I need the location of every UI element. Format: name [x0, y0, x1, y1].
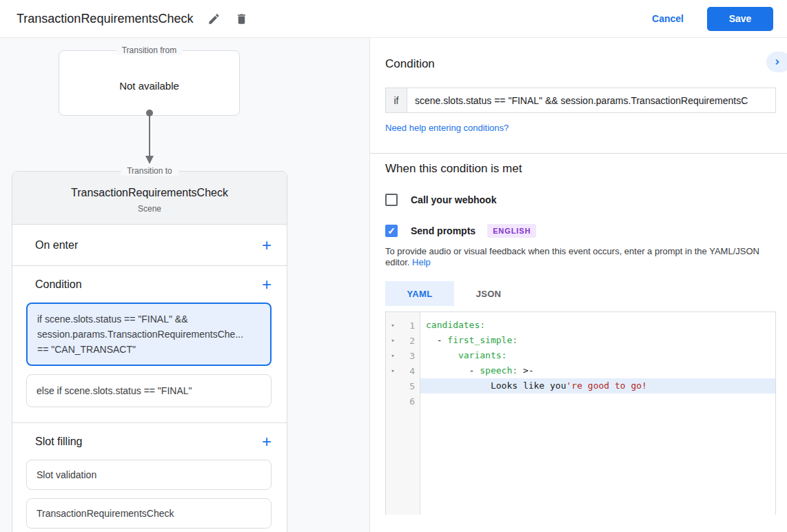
trash-icon: [235, 12, 248, 25]
scene-card-header: TransactionRequirementsCheck Scene: [12, 172, 287, 225]
slot-filling-section: Slot filling + Slot validation Transacti…: [12, 423, 287, 532]
call-webhook-checkbox[interactable]: [385, 194, 398, 206]
code-line-1: candidates:: [420, 318, 775, 333]
code-line-3: variants:: [420, 348, 775, 363]
editor-hint-line1: To provide audio or visual feedback when…: [385, 246, 759, 256]
line-number: 5: [400, 381, 420, 391]
condition-line-2: session.params.TransactionRequirementsCh…: [37, 327, 260, 342]
code-line-5-active: Looks like you're good to go!: [420, 378, 775, 393]
fold-arrow-icon[interactable]: ▾: [386, 322, 400, 329]
line-number: 1: [400, 320, 420, 331]
transition-to-legend: Transition to: [121, 166, 178, 176]
send-prompts-label: Send prompts: [411, 225, 476, 236]
on-enter-label: On enter: [35, 239, 78, 252]
condition-section-label: Condition: [35, 278, 82, 291]
webhook-row: Call your webhook: [385, 194, 775, 206]
editor-help-link[interactable]: Help: [412, 257, 431, 267]
transition-arrow: [143, 109, 156, 167]
tab-json[interactable]: JSON: [454, 281, 523, 306]
line-number: 4: [400, 366, 420, 376]
condition-heading: Condition: [385, 38, 775, 71]
condition-card-selected[interactable]: if scene.slots.status == "FINAL" && sess…: [26, 303, 272, 366]
editor-hint-line2: editor.: [385, 257, 409, 267]
add-condition-button[interactable]: +: [262, 276, 272, 293]
when-condition-met-heading: When this condition is met: [385, 134, 775, 176]
on-enter-row[interactable]: On enter +: [12, 225, 287, 266]
delete-scene-button[interactable]: [233, 10, 249, 27]
editor-tabs: YAML JSON: [385, 281, 775, 306]
condition-line-3: == "CAN_TRANSACT": [37, 342, 260, 357]
yaml-code-editor[interactable]: ▾1 ▾2 ▾3 ▾4 5 6 candidates: - first_simp…: [385, 311, 776, 515]
slot-filling-label: Slot filling: [35, 436, 82, 448]
page-title: TransactionRequirementsCheck: [17, 12, 193, 26]
code-line-6: [420, 393, 775, 409]
fold-arrow-icon[interactable]: ▾: [386, 352, 400, 359]
code-line-2: - first_simple:: [420, 333, 775, 348]
fold-arrow-icon[interactable]: ▾: [386, 337, 400, 344]
save-button[interactable]: Save: [707, 7, 773, 31]
code-area[interactable]: candidates: - first_simple: variants: - …: [420, 312, 775, 515]
if-prefix-label: if: [385, 88, 407, 113]
condition-expression-input[interactable]: [407, 88, 776, 113]
scene-card-subtitle: Scene: [12, 204, 287, 214]
transition-to-card: Transition to TransactionRequirementsChe…: [12, 171, 287, 532]
scene-card-title: TransactionRequirementsCheck: [12, 187, 287, 199]
add-slot-button[interactable]: +: [262, 433, 272, 450]
pencil-icon: [207, 12, 221, 25]
section-divider: [370, 153, 787, 154]
slot-card-validation[interactable]: Slot validation: [26, 460, 272, 490]
send-prompts-row: ✓ Send prompts ENGLISH: [385, 224, 775, 238]
condition-expression-row: if: [385, 88, 776, 113]
chevron-right-icon: [773, 57, 782, 67]
transition-from-box: Transition from Not available: [59, 50, 240, 116]
line-number: 2: [400, 336, 420, 346]
cancel-button[interactable]: Cancel: [644, 8, 692, 30]
slot-card-transaction-label: TransactionRequirementsCheck: [37, 508, 174, 519]
tab-yaml[interactable]: YAML: [385, 281, 454, 306]
editor-hint: To provide audio or visual feedback when…: [385, 246, 775, 268]
slot-card-transaction[interactable]: TransactionRequirementsCheck: [26, 498, 272, 529]
slot-card-validation-label: Slot validation: [37, 469, 96, 480]
condition-card-else[interactable]: else if scene.slots.status == "FINAL": [26, 374, 272, 407]
condition-section: Condition + if scene.slots.status == "FI…: [12, 266, 287, 423]
collapse-panel-button[interactable]: [766, 52, 787, 72]
condition-help-link[interactable]: Need help entering conditions?: [385, 123, 509, 133]
code-line-4: - speech: >-: [420, 363, 775, 378]
call-webhook-label: Call your webhook: [411, 194, 496, 205]
send-prompts-checkbox[interactable]: ✓: [385, 225, 398, 237]
add-on-enter-button[interactable]: +: [262, 237, 272, 254]
condition-line-1: if scene.slots.status == "FINAL" &&: [37, 311, 260, 327]
line-number: 6: [400, 396, 420, 407]
transition-from-value: Not available: [59, 80, 239, 92]
top-bar: TransactionRequirementsCheck Cancel Save: [0, 0, 787, 38]
checkmark-icon: ✓: [387, 225, 396, 236]
scene-flow-panel: Transition from Not available Transition…: [0, 38, 370, 532]
topbar-actions: Cancel Save: [644, 7, 773, 31]
condition-else-text: else if scene.slots.status == "FINAL": [37, 383, 261, 398]
fold-arrow-icon[interactable]: ▾: [386, 367, 400, 374]
editor-gutter: ▾1 ▾2 ▾3 ▾4 5 6: [386, 312, 420, 515]
language-badge: ENGLISH: [487, 224, 536, 238]
edit-scene-button[interactable]: [205, 10, 222, 27]
transition-from-legend: Transition from: [116, 45, 183, 55]
condition-editor-panel: Condition if Need help entering conditio…: [370, 38, 787, 532]
line-number: 3: [400, 351, 420, 361]
